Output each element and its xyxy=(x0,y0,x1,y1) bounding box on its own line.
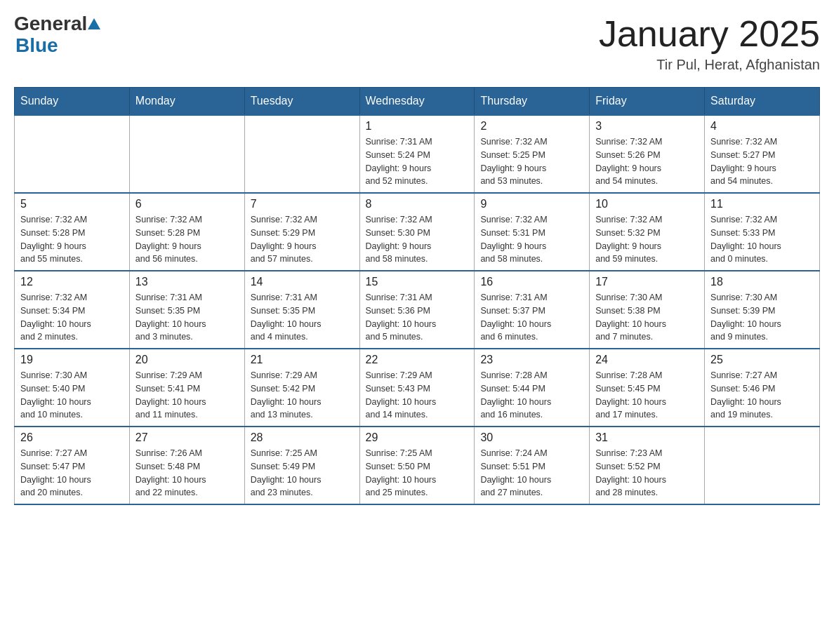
day-info: Sunrise: 7:29 AMSunset: 5:42 PMDaylight:… xyxy=(251,369,354,422)
calendar-cell: 21Sunrise: 7:29 AMSunset: 5:42 PMDayligh… xyxy=(244,349,359,427)
calendar-cell xyxy=(244,115,359,193)
day-info: Sunrise: 7:32 AMSunset: 5:30 PMDaylight:… xyxy=(366,213,469,266)
day-info: Sunrise: 7:32 AMSunset: 5:33 PMDaylight:… xyxy=(710,213,814,266)
calendar-table: SundayMondayTuesdayWednesdayThursdayFrid… xyxy=(14,87,820,505)
day-number: 25 xyxy=(710,354,814,366)
weekday-header-row: SundayMondayTuesdayWednesdayThursdayFrid… xyxy=(15,88,820,116)
logo-triangle-icon xyxy=(88,18,100,29)
day-number: 16 xyxy=(480,276,583,288)
calendar-cell: 31Sunrise: 7:23 AMSunset: 5:52 PMDayligh… xyxy=(590,427,705,504)
calendar-week-row: 26Sunrise: 7:27 AMSunset: 5:47 PMDayligh… xyxy=(15,427,820,504)
calendar-cell: 18Sunrise: 7:30 AMSunset: 5:39 PMDayligh… xyxy=(705,271,820,349)
day-number: 23 xyxy=(480,354,583,366)
weekday-header-thursday: Thursday xyxy=(475,88,590,116)
day-number: 19 xyxy=(20,354,124,366)
day-number: 27 xyxy=(135,431,239,444)
calendar-cell: 25Sunrise: 7:27 AMSunset: 5:46 PMDayligh… xyxy=(705,349,820,427)
day-info: Sunrise: 7:32 AMSunset: 5:27 PMDaylight:… xyxy=(710,135,814,188)
day-info: Sunrise: 7:26 AMSunset: 5:48 PMDaylight:… xyxy=(135,447,239,499)
day-info: Sunrise: 7:32 AMSunset: 5:26 PMDaylight:… xyxy=(595,135,699,188)
calendar-cell: 11Sunrise: 7:32 AMSunset: 5:33 PMDayligh… xyxy=(705,193,820,271)
day-info: Sunrise: 7:32 AMSunset: 5:25 PMDaylight:… xyxy=(480,135,583,188)
month-title: January 2025 xyxy=(599,14,820,54)
day-info: Sunrise: 7:30 AMSunset: 5:38 PMDaylight:… xyxy=(595,291,699,344)
calendar-cell: 26Sunrise: 7:27 AMSunset: 5:47 PMDayligh… xyxy=(15,427,130,504)
weekday-header-sunday: Sunday xyxy=(15,88,130,116)
day-number: 13 xyxy=(135,276,239,288)
calendar-week-row: 19Sunrise: 7:30 AMSunset: 5:40 PMDayligh… xyxy=(15,349,820,427)
calendar-cell: 4Sunrise: 7:32 AMSunset: 5:27 PMDaylight… xyxy=(705,115,820,193)
day-number: 28 xyxy=(251,431,354,444)
day-info: Sunrise: 7:31 AMSunset: 5:35 PMDaylight:… xyxy=(135,291,239,344)
day-info: Sunrise: 7:32 AMSunset: 5:29 PMDaylight:… xyxy=(251,213,354,266)
weekday-header-wednesday: Wednesday xyxy=(359,88,475,116)
calendar-cell: 13Sunrise: 7:31 AMSunset: 5:35 PMDayligh… xyxy=(129,271,244,349)
day-info: Sunrise: 7:31 AMSunset: 5:35 PMDaylight:… xyxy=(251,291,354,344)
calendar-cell: 22Sunrise: 7:29 AMSunset: 5:43 PMDayligh… xyxy=(359,349,475,427)
calendar-week-row: 1Sunrise: 7:31 AMSunset: 5:24 PMDaylight… xyxy=(15,115,820,193)
calendar-cell: 17Sunrise: 7:30 AMSunset: 5:38 PMDayligh… xyxy=(590,271,705,349)
calendar-cell: 23Sunrise: 7:28 AMSunset: 5:44 PMDayligh… xyxy=(475,349,590,427)
day-number: 31 xyxy=(595,431,699,444)
calendar-week-row: 12Sunrise: 7:32 AMSunset: 5:34 PMDayligh… xyxy=(15,271,820,349)
calendar-cell: 2Sunrise: 7:32 AMSunset: 5:25 PMDaylight… xyxy=(475,115,590,193)
calendar-cell: 29Sunrise: 7:25 AMSunset: 5:50 PMDayligh… xyxy=(359,427,475,504)
calendar-week-row: 5Sunrise: 7:32 AMSunset: 5:28 PMDaylight… xyxy=(15,193,820,271)
day-number: 14 xyxy=(251,276,354,288)
calendar-cell: 7Sunrise: 7:32 AMSunset: 5:29 PMDaylight… xyxy=(244,193,359,271)
day-info: Sunrise: 7:23 AMSunset: 5:52 PMDaylight:… xyxy=(595,447,699,499)
day-info: Sunrise: 7:27 AMSunset: 5:46 PMDaylight:… xyxy=(710,369,814,422)
logo-general-text: General xyxy=(14,14,87,34)
day-info: Sunrise: 7:28 AMSunset: 5:45 PMDaylight:… xyxy=(595,369,699,422)
day-number: 4 xyxy=(710,120,814,133)
day-number: 7 xyxy=(251,198,354,210)
day-info: Sunrise: 7:31 AMSunset: 5:24 PMDaylight:… xyxy=(366,135,469,188)
day-info: Sunrise: 7:28 AMSunset: 5:44 PMDaylight:… xyxy=(480,369,583,422)
day-info: Sunrise: 7:32 AMSunset: 5:28 PMDaylight:… xyxy=(20,213,124,266)
calendar-cell: 12Sunrise: 7:32 AMSunset: 5:34 PMDayligh… xyxy=(15,271,130,349)
day-info: Sunrise: 7:31 AMSunset: 5:37 PMDaylight:… xyxy=(480,291,583,344)
location-text: Tir Pul, Herat, Afghanistan xyxy=(599,57,820,73)
day-number: 24 xyxy=(595,354,699,366)
logo-blue-text: Blue xyxy=(15,34,58,56)
page-header: General Blue January 2025 Tir Pul, Herat… xyxy=(14,14,820,73)
day-info: Sunrise: 7:24 AMSunset: 5:51 PMDaylight:… xyxy=(480,447,583,499)
weekday-header-tuesday: Tuesday xyxy=(244,88,359,116)
weekday-header-saturday: Saturday xyxy=(705,88,820,116)
day-number: 6 xyxy=(135,198,239,210)
day-number: 2 xyxy=(480,120,583,133)
title-section: January 2025 Tir Pul, Herat, Afghanistan xyxy=(599,14,820,73)
day-number: 30 xyxy=(480,431,583,444)
day-number: 3 xyxy=(595,120,699,133)
calendar-cell xyxy=(15,115,130,193)
day-number: 29 xyxy=(366,431,469,444)
day-number: 8 xyxy=(366,198,469,210)
calendar-cell: 1Sunrise: 7:31 AMSunset: 5:24 PMDaylight… xyxy=(359,115,475,193)
day-number: 18 xyxy=(710,276,814,288)
calendar-cell: 19Sunrise: 7:30 AMSunset: 5:40 PMDayligh… xyxy=(15,349,130,427)
day-info: Sunrise: 7:32 AMSunset: 5:28 PMDaylight:… xyxy=(135,213,239,266)
day-info: Sunrise: 7:31 AMSunset: 5:36 PMDaylight:… xyxy=(366,291,469,344)
calendar-cell xyxy=(129,115,244,193)
weekday-header-monday: Monday xyxy=(129,88,244,116)
day-number: 26 xyxy=(20,431,124,444)
day-info: Sunrise: 7:29 AMSunset: 5:43 PMDaylight:… xyxy=(366,369,469,422)
day-number: 20 xyxy=(135,354,239,366)
calendar-cell: 9Sunrise: 7:32 AMSunset: 5:31 PMDaylight… xyxy=(475,193,590,271)
calendar-cell: 24Sunrise: 7:28 AMSunset: 5:45 PMDayligh… xyxy=(590,349,705,427)
day-info: Sunrise: 7:30 AMSunset: 5:39 PMDaylight:… xyxy=(710,291,814,344)
calendar-cell: 3Sunrise: 7:32 AMSunset: 5:26 PMDaylight… xyxy=(590,115,705,193)
calendar-cell: 27Sunrise: 7:26 AMSunset: 5:48 PMDayligh… xyxy=(129,427,244,504)
day-number: 10 xyxy=(595,198,699,210)
calendar-cell xyxy=(705,427,820,504)
day-number: 21 xyxy=(251,354,354,366)
day-info: Sunrise: 7:25 AMSunset: 5:49 PMDaylight:… xyxy=(251,447,354,499)
day-info: Sunrise: 7:25 AMSunset: 5:50 PMDaylight:… xyxy=(366,447,469,499)
day-info: Sunrise: 7:32 AMSunset: 5:32 PMDaylight:… xyxy=(595,213,699,266)
calendar-cell: 15Sunrise: 7:31 AMSunset: 5:36 PMDayligh… xyxy=(359,271,475,349)
calendar-cell: 10Sunrise: 7:32 AMSunset: 5:32 PMDayligh… xyxy=(590,193,705,271)
day-number: 17 xyxy=(595,276,699,288)
day-number: 11 xyxy=(710,198,814,210)
day-info: Sunrise: 7:32 AMSunset: 5:31 PMDaylight:… xyxy=(480,213,583,266)
calendar-cell: 5Sunrise: 7:32 AMSunset: 5:28 PMDaylight… xyxy=(15,193,130,271)
